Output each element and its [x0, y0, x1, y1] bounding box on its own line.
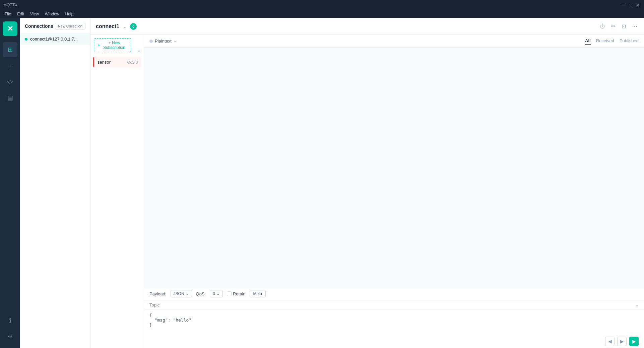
- messages-list: [144, 48, 644, 287]
- retain-checkbox[interactable]: Retain: [227, 291, 246, 296]
- filter-icon: ≡: [138, 48, 140, 54]
- edit-button[interactable]: ✏: [610, 22, 617, 31]
- subscription-qos: QoS 0: [127, 60, 138, 64]
- menu-window[interactable]: Window: [42, 11, 62, 17]
- logo-icon: ✕: [7, 24, 13, 33]
- connections-header: Connections New Collection: [20, 18, 90, 33]
- close-button[interactable]: ✕: [636, 3, 641, 7]
- logo-button[interactable]: ✕: [3, 21, 17, 36]
- menu-file[interactable]: File: [2, 11, 14, 17]
- new-subscription-button[interactable]: + + New Subscription: [94, 38, 131, 52]
- main-content: connect1 ⌄ 0 ⏻ ✏ ⊡ ⋯ + + New Subscriptio…: [90, 18, 644, 348]
- new-collection-button[interactable]: New Collection: [55, 23, 85, 29]
- titlebar: MQTTX — □ ✕: [0, 0, 644, 10]
- filter-button[interactable]: ≡: [134, 46, 144, 56]
- topbar-right: ⏻ ✏ ⊡ ⋯: [598, 22, 639, 31]
- payload-editor[interactable]: { "msg": "hello" }: [144, 310, 644, 333]
- connection-name: connect1@127.0.0.1:7...: [30, 37, 78, 42]
- payload-format-select[interactable]: JSON ⌄: [171, 290, 192, 297]
- filter-tab-all[interactable]: All: [585, 38, 591, 45]
- menu-view[interactable]: View: [27, 11, 42, 17]
- payload-format-chevron: ⌄: [186, 291, 189, 296]
- more-button[interactable]: ⋯: [631, 22, 639, 31]
- meta-button[interactable]: Meta: [250, 290, 266, 297]
- qos-chevron: ⌄: [216, 291, 220, 296]
- subscriptions-panel: + + New Subscription ≡ sensor QoS 0: [90, 35, 144, 348]
- messages-area: Plaintext ⌄ All Received Published Paylo: [144, 35, 644, 348]
- topic-input[interactable]: [149, 302, 635, 307]
- send-btn-area: ◀ ▶ ▶: [144, 335, 644, 348]
- topic-row: ⌄: [144, 300, 644, 310]
- retain-check-box[interactable]: [227, 291, 232, 296]
- filter-tab-received[interactable]: Received: [596, 38, 614, 45]
- sidebar-item-connections[interactable]: ⊞: [3, 42, 17, 57]
- expand-icon[interactable]: ⌄: [635, 303, 639, 307]
- connection-badge: 0: [130, 23, 137, 30]
- publisher: Payload: JSON ⌄ QoS: 0 ⌄ Retain: [144, 287, 644, 348]
- connections-title: Connections: [25, 23, 53, 29]
- save-button[interactable]: ⊡: [620, 22, 627, 31]
- window-controls: — □ ✕: [621, 3, 641, 7]
- sidebar-item-add[interactable]: ＋: [3, 58, 17, 73]
- send-button[interactable]: ▶: [629, 337, 639, 346]
- plaintext-label: Plaintext: [155, 39, 172, 44]
- settings-icon: ⚙: [7, 333, 13, 340]
- content-area: + + New Subscription ≡ sensor QoS 0: [90, 35, 644, 348]
- sidebar-item-settings[interactable]: ⚙: [3, 329, 17, 344]
- connection-item[interactable]: connect1@127.0.0.1:7...: [20, 33, 90, 45]
- maximize-button[interactable]: □: [629, 3, 633, 7]
- sidebar-item-info[interactable]: ℹ: [3, 313, 17, 328]
- payload-area: { "msg": "hello" }: [144, 310, 644, 335]
- connection-status-dot: [25, 38, 27, 41]
- sidebar-item-script[interactable]: </>: [3, 74, 17, 89]
- script-icon: </>: [7, 79, 13, 84]
- payload-label: Payload:: [149, 291, 167, 296]
- publisher-options: Payload: JSON ⌄ QoS: 0 ⌄ Retain: [144, 287, 644, 300]
- plus-icon: +: [98, 43, 100, 48]
- menubar: File Edit View Window Help: [0, 10, 644, 18]
- messages-filter-tabs: All Received Published: [585, 38, 639, 45]
- connections-icon: ⊞: [8, 46, 13, 53]
- qos-label: QoS:: [196, 291, 206, 296]
- topbar: connect1 ⌄ 0 ⏻ ✏ ⊡ ⋯: [90, 18, 644, 35]
- plaintext-status-dot: [149, 40, 153, 43]
- messages-toolbar: Plaintext ⌄ All Received Published: [144, 35, 644, 48]
- menu-edit[interactable]: Edit: [14, 11, 27, 17]
- sidebar-item-log[interactable]: ▤: [3, 90, 17, 105]
- qos-value: 0: [213, 291, 215, 296]
- topbar-left: connect1 ⌄ 0: [96, 23, 137, 30]
- chevron-down-icon[interactable]: ⌄: [123, 24, 127, 29]
- menu-help[interactable]: Help: [63, 11, 76, 17]
- app-body: ✕ ⊞ ＋ </> ▤ ℹ ⚙ Connections New Collecti…: [0, 18, 644, 348]
- connections-panel: Connections New Collection connect1@127.…: [20, 18, 90, 348]
- topbar-connection-name: connect1: [96, 23, 119, 29]
- send-next-button[interactable]: ▶: [617, 337, 627, 346]
- log-icon: ▤: [7, 94, 13, 101]
- send-prev-button[interactable]: ◀: [605, 337, 615, 346]
- sidebar-icons: ✕ ⊞ ＋ </> ▤ ℹ ⚙: [0, 18, 20, 348]
- subscription-item[interactable]: sensor QoS 0: [93, 57, 141, 67]
- qos-select[interactable]: 0 ⌄: [210, 290, 223, 297]
- minimize-button[interactable]: —: [621, 3, 626, 7]
- power-button[interactable]: ⏻: [598, 22, 606, 31]
- app-title: MQTTX: [3, 3, 17, 7]
- info-icon: ℹ: [9, 317, 11, 324]
- subscription-name: sensor: [98, 60, 111, 65]
- plaintext-selector[interactable]: Plaintext ⌄: [149, 39, 177, 44]
- retain-label: Retain: [233, 291, 246, 296]
- filter-tab-published[interactable]: Published: [620, 38, 639, 45]
- payload-format-value: JSON: [174, 291, 184, 296]
- add-icon: ＋: [7, 62, 13, 70]
- plaintext-chevron-icon: ⌄: [174, 39, 177, 43]
